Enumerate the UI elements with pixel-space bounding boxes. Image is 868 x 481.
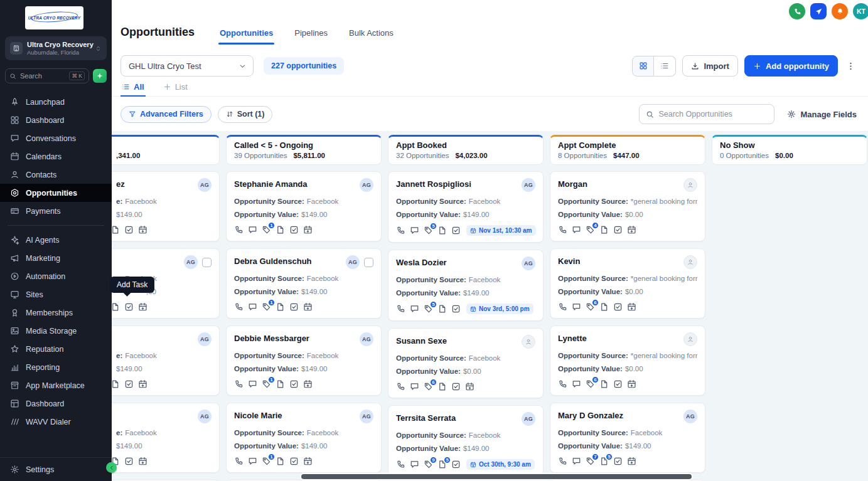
sidebar-item-memberships[interactable]: Memberships <box>0 304 112 322</box>
task-icon[interactable] <box>124 457 134 466</box>
appointment-chip[interactable]: Nov 3rd, 5:00 pm <box>466 304 533 314</box>
task-icon[interactable] <box>613 302 623 312</box>
opportunity-card[interactable]: Terrsita Serrata AG Opportunity Source:F… <box>388 405 544 477</box>
sms-icon[interactable] <box>410 460 419 469</box>
note-icon[interactable] <box>437 226 447 235</box>
add-list-button[interactable]: List <box>162 82 189 96</box>
tag-icon[interactable]: 6 <box>586 379 595 389</box>
sidebar-item-media-storage[interactable]: Media Storage <box>0 322 112 340</box>
task-icon[interactable] <box>451 226 461 235</box>
sms-icon[interactable] <box>572 457 581 466</box>
calendar-icon[interactable] <box>303 379 313 389</box>
calendar-icon[interactable] <box>138 379 147 389</box>
sidebar-item-opportunities[interactable]: Opportunities <box>0 184 112 202</box>
opportunity-card[interactable]: ez AG e:Facebook $149.00 <box>112 171 220 241</box>
card-select-checkbox[interactable] <box>364 258 373 267</box>
send-icon[interactable] <box>810 3 827 19</box>
opportunity-card[interactable]: Debra Guldenschuh AG Opportunity Source:… <box>226 248 382 319</box>
calendar-icon[interactable] <box>138 302 147 312</box>
tag-icon[interactable]: 1 <box>262 225 271 235</box>
sidebar-item-reporting[interactable]: Reporting <box>0 358 112 376</box>
column-header[interactable]: Appt Booked 32 Opportunities $4,023.00 <box>388 135 544 165</box>
tab-pipelines[interactable]: Pipelines <box>293 0 329 46</box>
tab-bulk-actions[interactable]: Bulk Actions <box>348 0 395 46</box>
sidebar-item-payments[interactable]: Payments <box>0 202 112 220</box>
more-options-button[interactable] <box>844 58 857 74</box>
phone-icon[interactable] <box>558 302 567 312</box>
opportunity-card[interactable]: Nicole Marie AG Opportunity Source:Faceb… <box>226 403 382 473</box>
task-icon[interactable] <box>289 457 299 466</box>
appointment-chip[interactable]: Oct 30th, 9:30 am <box>466 459 535 470</box>
note-icon[interactable] <box>276 225 285 235</box>
tag-icon[interactable]: 1 <box>262 302 271 312</box>
note-icon[interactable] <box>276 379 285 389</box>
sidebar-item-dashboard[interactable]: Dashboard <box>0 394 112 413</box>
note-icon[interactable] <box>112 225 120 235</box>
task-icon[interactable] <box>613 225 623 235</box>
sidebar-search-input[interactable]: Search ⌘ K <box>5 68 89 83</box>
note-icon[interactable] <box>276 457 285 466</box>
task-icon[interactable] <box>451 460 461 469</box>
phone-icon[interactable] <box>789 3 805 19</box>
opportunity-card[interactable]: Kevin Opportunity Source:*general bookin… <box>550 248 705 319</box>
tab-opportunities[interactable]: Opportunities <box>218 0 274 46</box>
sidebar-item-app-marketplace[interactable]: App Marketplace <box>0 376 112 394</box>
note-icon[interactable] <box>112 379 120 389</box>
phone-icon[interactable] <box>234 379 244 389</box>
tag-icon[interactable]: 7 <box>586 457 595 466</box>
sms-icon[interactable] <box>410 382 419 391</box>
note-icon[interactable] <box>437 382 447 391</box>
task-icon[interactable] <box>124 225 134 235</box>
task-icon[interactable] <box>289 379 299 389</box>
task-icon[interactable] <box>613 457 623 466</box>
sms-icon[interactable] <box>572 225 581 235</box>
calendar-icon[interactable] <box>465 382 474 391</box>
calendar-icon[interactable] <box>627 302 636 312</box>
phone-icon[interactable] <box>558 225 567 235</box>
note-icon[interactable] <box>437 304 447 314</box>
note-icon[interactable] <box>599 379 609 389</box>
appointment-chip[interactable]: Nov 1st, 10:30 am <box>466 225 536 236</box>
advanced-filters-button[interactable]: Advanced Filters <box>121 106 212 123</box>
sms-icon[interactable] <box>410 304 419 314</box>
column-header[interactable]: Appt Complete 8 Opportunities $447.00 <box>550 135 705 165</box>
phone-icon[interactable] <box>396 460 405 469</box>
calendar-icon[interactable] <box>303 457 313 466</box>
task-icon[interactable] <box>451 304 461 314</box>
column-header[interactable]: No Show 0 Opportunities $0.00 <box>712 135 867 165</box>
opportunity-card[interactable]: Lynette Opportunity Source:*general book… <box>550 325 705 396</box>
opportunity-card[interactable]: Jannett Rospigliosi AG Opportunity Sourc… <box>388 171 544 243</box>
user-avatar[interactable]: KT <box>853 3 868 19</box>
sidebar-item-dashboard[interactable]: Dashboard <box>0 111 112 129</box>
phone-icon[interactable] <box>558 457 567 466</box>
opportunity-card[interactable]: Debbie Messbarger AG Opportunity Source:… <box>226 325 382 396</box>
task-icon[interactable] <box>289 302 299 312</box>
sort-button[interactable]: Sort (1) <box>218 106 273 123</box>
phone-icon[interactable] <box>234 457 244 466</box>
column-header[interactable]: Called < 5 - Ongoing 39 Opportunities $5… <box>226 135 382 165</box>
phone-icon[interactable] <box>396 304 405 314</box>
sidebar-item-marketing[interactable]: Marketing <box>0 249 112 267</box>
ai-assistant-button[interactable] <box>93 69 107 83</box>
phone-icon[interactable] <box>558 379 567 389</box>
sidebar-item-ai-agents[interactable]: AI Agents <box>0 231 112 249</box>
tag-icon[interactable]: 5 <box>424 304 433 314</box>
tag-icon[interactable]: 1 <box>262 457 271 466</box>
calendar-icon[interactable] <box>627 379 636 389</box>
sidebar-item-settings[interactable]: Settings <box>0 458 112 481</box>
sidebar-item-automation[interactable]: Automation <box>0 267 112 285</box>
note-icon[interactable] <box>112 302 120 312</box>
card-select-checkbox[interactable] <box>202 258 212 267</box>
calendar-icon[interactable] <box>303 302 313 312</box>
sms-icon[interactable] <box>410 226 419 235</box>
sms-icon[interactable] <box>248 379 257 389</box>
sms-icon[interactable] <box>248 225 257 235</box>
manage-fields-button[interactable]: Manage Fields <box>787 110 857 119</box>
note-icon[interactable] <box>599 225 609 235</box>
tag-icon[interactable]: 4 <box>586 225 595 235</box>
note-icon[interactable]: 5 <box>437 460 447 469</box>
tag-icon[interactable]: 5 <box>424 226 433 235</box>
calendar-icon[interactable] <box>627 225 636 235</box>
add-opportunity-button[interactable]: Add opportunity <box>744 55 838 77</box>
tag-icon[interactable]: 6 <box>586 302 595 312</box>
